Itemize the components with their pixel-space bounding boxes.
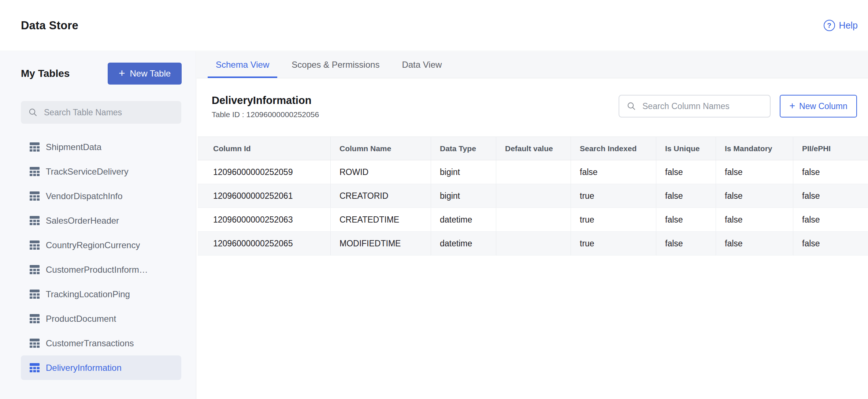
sidebar-item-deliveryinformation[interactable]: DeliveryInformation: [21, 355, 181, 380]
table-cell: true: [571, 232, 656, 255]
table-cell: false: [656, 160, 716, 184]
sidebar-item-productdocument[interactable]: ProductDocument: [21, 306, 181, 331]
table-row[interactable]: 12096000000252063CREATEDTIMEdatetimetrue…: [198, 208, 868, 232]
table-cell: false: [656, 184, 716, 208]
schema-table: Column IdColumn NameData TypeDefault val…: [198, 137, 868, 256]
table-row[interactable]: 12096000000252059ROWIDbigintfalsefalsefa…: [198, 160, 868, 184]
table-cell: false: [793, 232, 868, 255]
table-cell: [496, 232, 571, 255]
table-cell: datetime: [431, 232, 496, 255]
search-icon: [627, 101, 636, 111]
table-search-input[interactable]: [44, 108, 174, 118]
column-header-is-unique: Is Unique: [656, 137, 716, 160]
main-content: Schema ViewScopes & PermissionsData View…: [197, 52, 868, 399]
content-header-actions: + New Column: [619, 95, 857, 118]
table-cell: ROWID: [331, 160, 431, 184]
schema-table-header-row: Column IdColumn NameData TypeDefault val…: [198, 137, 868, 160]
top-header: Data Store ? Help: [0, 0, 868, 51]
tab-data-view[interactable]: Data View: [394, 52, 450, 78]
sidebar-item-label: SalesOrderHeader: [46, 216, 119, 226]
table-cell: [496, 160, 571, 184]
search-icon: [28, 108, 38, 117]
sidebar-item-label: TrackServiceDelivery: [46, 167, 129, 177]
help-icon: ?: [824, 20, 835, 31]
table-icon: [30, 167, 40, 176]
table-cell: false: [571, 160, 656, 184]
table-title-block: DeliveryInformation Table ID : 120960000…: [212, 94, 319, 119]
tab-scopes-permissions[interactable]: Scopes & Permissions: [283, 52, 387, 78]
table-list: ShipmentDataTrackServiceDeliveryVendorDi…: [21, 135, 181, 380]
sidebar-header: My Tables + New Table: [0, 52, 196, 85]
table-cell: false: [656, 208, 716, 231]
sidebar-item-label: ProductDocument: [46, 314, 116, 324]
table-cell: false: [656, 232, 716, 255]
table-name-heading: DeliveryInformation: [212, 94, 319, 107]
table-cell: 12096000000252061: [198, 184, 331, 208]
sidebar-item-trackservicedelivery[interactable]: TrackServiceDelivery: [21, 159, 181, 184]
table-icon: [30, 240, 40, 250]
table-cell: bigint: [431, 184, 496, 208]
column-search-input[interactable]: [642, 101, 763, 111]
column-header-data-type: Data Type: [431, 137, 496, 160]
content-header: DeliveryInformation Table ID : 120960000…: [197, 78, 868, 137]
page-title: Data Store: [21, 19, 78, 32]
table-cell: false: [793, 208, 868, 231]
sidebar-item-label: VendorDispatchInfo: [46, 191, 122, 201]
sidebar-item-label: TrackingLocationPing: [46, 289, 130, 299]
column-header-pii-ephi: PII/ePHI: [793, 137, 868, 160]
sidebar-item-label: DeliveryInformation: [46, 363, 122, 373]
plus-icon: +: [119, 67, 125, 79]
table-cell: bigint: [431, 160, 496, 184]
table-cell: MODIFIEDTIME: [331, 232, 431, 255]
sidebar-item-label: CustomerTransactions: [46, 338, 134, 348]
table-icon: [30, 216, 40, 225]
table-icon: [30, 265, 40, 274]
sidebar-item-customerproductinform[interactable]: CustomerProductInform…: [21, 257, 181, 282]
new-table-button[interactable]: + New Table: [108, 63, 182, 85]
table-icon: [30, 290, 40, 299]
table-cell: true: [571, 184, 656, 208]
new-column-label: New Column: [799, 101, 847, 111]
sidebar-item-label: CustomerProductInform…: [46, 265, 148, 275]
sidebar-item-countryregioncurrency[interactable]: CountryRegionCurrency: [21, 233, 181, 257]
column-header-column-name: Column Name: [331, 137, 431, 160]
table-cell: false: [716, 208, 793, 231]
tab-bar: Schema ViewScopes & PermissionsData View: [197, 52, 868, 78]
plus-icon: +: [789, 100, 795, 112]
table-cell: CREATORID: [331, 184, 431, 208]
table-cell: [496, 208, 571, 231]
sidebar-item-vendordispatchinfo[interactable]: VendorDispatchInfo: [21, 184, 181, 208]
table-cell: false: [716, 160, 793, 184]
table-cell: false: [716, 184, 793, 208]
table-cell: 12096000000252059: [198, 160, 331, 184]
help-label: Help: [839, 20, 858, 31]
sidebar: My Tables + New Table ShipmentDataTrackS…: [0, 52, 196, 399]
table-cell: false: [793, 184, 868, 208]
my-tables-title: My Tables: [21, 68, 70, 79]
table-row[interactable]: 12096000000252065MODIFIEDTIMEdatetimetru…: [198, 232, 868, 256]
column-header-default-value: Default value: [496, 137, 571, 160]
sidebar-item-shipmentdata[interactable]: ShipmentData: [21, 135, 181, 159]
table-icon: [30, 191, 40, 201]
table-cell: false: [716, 232, 793, 255]
table-cell: 12096000000252065: [198, 232, 331, 255]
new-table-label: New Table: [130, 68, 171, 79]
column-header-column-id: Column Id: [198, 137, 331, 160]
data-store-page: Data Store ? Help My Tables + New Table …: [0, 0, 868, 399]
table-cell: datetime: [431, 208, 496, 231]
table-icon: [30, 339, 40, 348]
table-row[interactable]: 12096000000252061CREATORIDbiginttruefals…: [198, 184, 868, 208]
sidebar-item-trackinglocationping[interactable]: TrackingLocationPing: [21, 282, 181, 306]
new-column-button[interactable]: + New Column: [780, 95, 857, 118]
table-icon: [30, 142, 40, 152]
tab-schema-view[interactable]: Schema View: [208, 52, 277, 78]
sidebar-item-salesorderheader[interactable]: SalesOrderHeader: [21, 208, 181, 233]
table-cell: [496, 184, 571, 208]
table-cell: true: [571, 208, 656, 231]
table-icon: [30, 363, 40, 372]
column-header-search-indexed: Search Indexed: [571, 137, 656, 160]
schema-table-body: 12096000000252059ROWIDbigintfalsefalsefa…: [198, 160, 868, 256]
help-button[interactable]: ? Help: [824, 20, 858, 31]
sidebar-item-customertransactions[interactable]: CustomerTransactions: [21, 331, 181, 355]
table-id-label: Table ID : 12096000000252056: [212, 110, 319, 119]
